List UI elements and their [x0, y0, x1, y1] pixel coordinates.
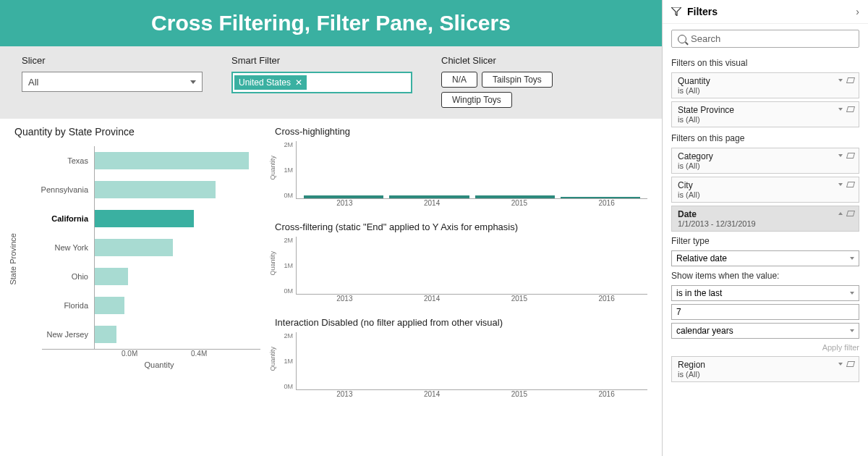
filter-card-date[interactable]: Date 1/1/2013 - 12/31/2019	[671, 206, 859, 232]
chevron-down-icon[interactable]	[838, 183, 843, 186]
mini-yaxis: 2M 1M 0M	[275, 332, 297, 390]
eraser-icon[interactable]	[846, 106, 855, 112]
card-value: is (All)	[678, 86, 853, 95]
card-value: 1/1/2013 - 12/31/2019	[678, 219, 853, 228]
slicer-label: Slicer	[22, 55, 203, 66]
bar-newyork[interactable]	[95, 239, 173, 256]
xtick: 0.4M	[191, 350, 260, 358]
relative-op-select[interactable]: is in the last	[671, 285, 859, 301]
search-icon	[678, 35, 686, 43]
bar-texas[interactable]	[95, 152, 249, 169]
chevron-down-icon	[850, 329, 854, 332]
report-header: Cross Filtering, Filter Pane, Slicers	[0, 0, 662, 46]
ytick: 1M	[275, 358, 293, 365]
ytick: 2M	[275, 332, 293, 339]
filter-card-region[interactable]: Region is (All)	[671, 356, 859, 382]
chiclet-slicer-block: Chiclet Slicer N/A Tailspin Toys Wingtip…	[441, 55, 600, 109]
xaxis: 0.0M 0.4M	[42, 349, 260, 358]
filter-search-input[interactable]: Search	[671, 30, 859, 48]
mini-title: Cross-highlighting	[275, 126, 647, 137]
eraser-icon[interactable]	[846, 182, 855, 187]
apply-filter-link[interactable]: Apply filter	[663, 340, 868, 355]
yaxis-label: State Province	[9, 233, 17, 285]
bar-label: Florida	[29, 301, 94, 310]
content-area: Quantity by State Province State Provinc…	[0, 119, 662, 456]
filter-type-select[interactable]: Relative date	[671, 250, 859, 266]
xtick: 2016	[566, 199, 647, 207]
smart-filter-block: Smart Filter United States ✕	[231, 55, 412, 109]
bar-ohio[interactable]	[95, 268, 128, 285]
slicer-dropdown[interactable]: All	[22, 72, 203, 92]
bar-highlight	[389, 195, 469, 198]
chart-cross-filter[interactable]: Cross-filtering (static "End" applied to…	[275, 221, 647, 303]
card-value: is (All)	[678, 161, 853, 170]
smart-filter-input[interactable]: United States ✕	[231, 72, 412, 93]
filter-icon	[671, 7, 681, 16]
card-title: State Province	[678, 105, 853, 115]
bar-label: Pennsylvania	[29, 185, 94, 194]
bar-label: New Jersey	[29, 330, 94, 339]
search-placeholder: Search	[691, 33, 720, 44]
mini-xaxis: 2013 2014 2015 2016	[275, 199, 647, 207]
bar-label: Texas	[29, 156, 94, 165]
ytick: 0M	[275, 383, 293, 390]
filter-card-quantity[interactable]: Quantity is (All)	[671, 72, 859, 98]
bar-pennsylvania[interactable]	[95, 181, 216, 198]
relative-unit-select[interactable]: calendar years	[671, 323, 859, 339]
eraser-icon[interactable]	[846, 211, 855, 216]
chevron-up-icon[interactable]	[838, 212, 843, 215]
ytick: 1M	[275, 262, 293, 269]
filter-pane-title: Filters	[687, 6, 850, 17]
chevron-down-icon[interactable]	[838, 79, 843, 82]
smart-filter-tag[interactable]: United States ✕	[234, 75, 307, 90]
ytick: 0M	[275, 287, 293, 295]
xtick: 2013	[304, 199, 386, 207]
chiclet-tailspin[interactable]: Tailspin Toys	[482, 72, 553, 88]
mini-yaxis: 2M 1M 0M	[275, 141, 297, 199]
filter-card-state[interactable]: State Province is (All)	[671, 101, 859, 127]
chart-cross-highlight[interactable]: Cross-highlighting Quantity 2M 1M 0M	[275, 126, 647, 207]
chevron-down-icon	[850, 292, 854, 295]
eraser-icon[interactable]	[846, 153, 855, 159]
bar-newjersey[interactable]	[95, 326, 116, 343]
eraser-icon[interactable]	[846, 361, 855, 367]
section-page-label: Filters on this page	[663, 129, 868, 146]
xtick: 2014	[391, 390, 473, 398]
chart-interaction-disabled[interactable]: Interaction Disabled (no filter applied …	[275, 317, 647, 398]
filter-pane-header: Filters ›	[663, 0, 868, 24]
ytick: 2M	[275, 141, 293, 148]
filter-card-category[interactable]: Category is (All)	[671, 148, 859, 174]
filter-type-label: Filter type	[671, 236, 859, 246]
xtick: 2014	[391, 295, 473, 303]
eraser-icon[interactable]	[846, 77, 855, 83]
bar-california[interactable]	[95, 210, 194, 227]
chevron-down-icon[interactable]	[838, 108, 843, 111]
main-bar-chart[interactable]: Quantity by State Province State Provinc…	[14, 126, 260, 456]
mini-xaxis: 2013 2014 2015 2016	[275, 390, 647, 398]
filter-card-city[interactable]: City is (All)	[671, 177, 859, 203]
mini-title: Cross-filtering (static "End" applied to…	[275, 221, 647, 232]
chiclet-row: N/A Tailspin Toys Wingtip Toys	[441, 72, 600, 108]
mini-xaxis: 2013 2014 2015 2016	[275, 295, 647, 303]
xtick: 2016	[566, 390, 647, 398]
slicer-value: All	[28, 77, 38, 88]
bar-florida[interactable]	[95, 297, 124, 314]
main-chart-title: Quantity by State Province	[14, 126, 260, 138]
chevron-down-icon	[850, 257, 854, 260]
chevron-down-icon	[190, 80, 196, 84]
chiclet-wingtip[interactable]: Wingtip Toys	[441, 92, 512, 108]
select-value: calendar years	[676, 326, 733, 336]
relative-number-input[interactable]: 7	[671, 304, 859, 320]
chevron-right-icon[interactable]: ›	[856, 6, 859, 17]
hbar-chart-body: State Province Texas Pennsylvania Califo…	[14, 146, 260, 414]
xtick: 2014	[391, 199, 473, 207]
bar-highlight	[561, 197, 640, 198]
chevron-down-icon[interactable]	[838, 154, 843, 157]
ytick: 2M	[275, 237, 293, 244]
chevron-down-icon[interactable]	[838, 363, 843, 366]
chiclet-na[interactable]: N/A	[441, 72, 477, 88]
close-icon[interactable]: ✕	[295, 77, 302, 88]
card-title: Quantity	[678, 76, 853, 86]
mini-ylabel: Quantity	[269, 347, 276, 371]
section-visual-label: Filters on this visual	[663, 54, 868, 71]
